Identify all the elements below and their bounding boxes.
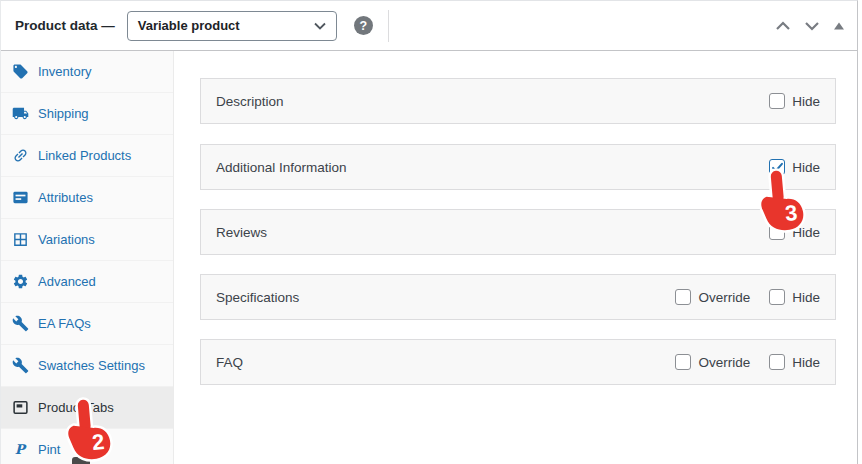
product-data-metabox: Product data — Variable product ? — [0, 0, 862, 464]
tab-row-label: Specifications — [216, 290, 299, 305]
override-checkbox-label[interactable]: Override — [698, 290, 750, 305]
tab-row-label: FAQ — [216, 355, 243, 370]
faq-override-checkbox-group[interactable]: Override — [675, 354, 750, 370]
additional-information-hide-checkbox-group[interactable]: Hide — [769, 159, 820, 175]
faq-hide-checkbox[interactable] — [769, 354, 785, 370]
help-icon[interactable]: ? — [354, 16, 373, 35]
window-icon — [12, 399, 29, 416]
sidebar-item-label: Shipping — [38, 106, 89, 121]
additional-information-hide-checkbox[interactable] — [769, 159, 785, 175]
faq-hide-checkbox-group[interactable]: Hide — [769, 354, 820, 370]
wrench-icon — [12, 315, 29, 332]
sidebar-item-shipping[interactable]: Shipping — [1, 93, 173, 135]
sidebar-item-attributes[interactable]: Attributes — [1, 177, 173, 219]
truck-icon — [12, 105, 29, 122]
tab-row-description: DescriptionHide — [200, 78, 836, 124]
sidebar-item-label: Swatches Settings — [38, 358, 145, 373]
sidebar-item-label: Inventory — [38, 64, 91, 79]
hide-checkbox-label[interactable]: Hide — [792, 290, 820, 305]
sidebar-item-label: Attributes — [38, 190, 93, 205]
chevron-down-icon — [314, 22, 326, 30]
specifications-override-checkbox[interactable] — [675, 289, 691, 305]
sidebar-item-label: Advanced — [38, 274, 96, 289]
reviews-hide-checkbox[interactable] — [769, 224, 785, 240]
tab-row-label: Description — [216, 94, 284, 109]
row-controls: OverrideHide — [675, 289, 820, 305]
row-controls: Hide — [769, 224, 820, 240]
move-down-icon[interactable] — [804, 21, 820, 31]
reviews-hide-checkbox-group[interactable]: Hide — [769, 224, 820, 240]
description-hide-checkbox-group[interactable]: Hide — [769, 93, 820, 109]
grid-icon — [12, 231, 29, 248]
tab-row-reviews: ReviewsHide — [200, 209, 836, 255]
sidebar-item-ea-faqs[interactable]: EA FAQs — [1, 303, 173, 345]
sidebar-item-label: Pint — [38, 442, 60, 457]
row-controls: OverrideHide — [675, 354, 820, 370]
panel-title: Product data — — [15, 18, 115, 33]
sidebar-item-variations[interactable]: Variations — [1, 219, 173, 261]
sidebar-item-label: EA FAQs — [38, 316, 91, 331]
hide-checkbox-label[interactable]: Hide — [792, 94, 820, 109]
faq-override-checkbox[interactable] — [675, 354, 691, 370]
tab-row-label: Additional Information — [216, 160, 347, 175]
toggle-panel-icon[interactable] — [833, 21, 845, 31]
specifications-override-checkbox-group[interactable]: Override — [675, 289, 750, 305]
sidebar-item-linked-products[interactable]: Linked Products — [1, 135, 173, 177]
description-hide-checkbox[interactable] — [769, 93, 785, 109]
product-type-value: Variable product — [138, 18, 314, 33]
svg-text:P: P — [15, 441, 27, 457]
override-checkbox-label[interactable]: Override — [698, 355, 750, 370]
sidebar-item-inventory[interactable]: Inventory — [1, 51, 173, 93]
link-icon — [12, 147, 29, 164]
metabox-frame: Product data — Variable product ? — [0, 0, 858, 464]
sidebar-item-swatches-settings[interactable]: Swatches Settings — [1, 345, 173, 387]
hide-checkbox-label[interactable]: Hide — [792, 160, 820, 175]
hide-checkbox-label[interactable]: Hide — [792, 355, 820, 370]
sidebar-item-label: Linked Products — [38, 148, 131, 163]
row-controls: Hide — [769, 159, 820, 175]
sidebar-item-label: Product Tabs — [38, 400, 114, 415]
sidebar-item-advanced[interactable]: Advanced — [1, 261, 173, 303]
sidebar-item-product-tabs[interactable]: Product Tabs — [1, 387, 173, 429]
card-icon — [12, 189, 29, 206]
tab-row-additional-information: Additional InformationHide — [200, 144, 836, 190]
product-type-select[interactable]: Variable product — [127, 11, 337, 41]
product-tabs-panel: DescriptionHideAdditional InformationHid… — [174, 51, 857, 464]
product-data-tabs-sidebar: InventoryShippingLinked ProductsAttribut… — [1, 51, 174, 464]
sidebar-item-label: Variations — [38, 232, 95, 247]
row-controls: Hide — [769, 93, 820, 109]
annotation-shadow — [72, 457, 90, 464]
hide-checkbox-label[interactable]: Hide — [792, 225, 820, 240]
tab-row-faq: FAQOverrideHide — [200, 339, 836, 385]
wrench-icon — [12, 357, 29, 374]
move-up-icon[interactable] — [775, 21, 791, 31]
metabox-controls — [775, 21, 847, 31]
tab-row-label: Reviews — [216, 225, 267, 240]
tag-icon — [12, 63, 29, 80]
tab-row-specifications: SpecificationsOverrideHide — [200, 274, 836, 320]
pinterest-icon: P — [12, 441, 29, 458]
specifications-hide-checkbox-group[interactable]: Hide — [769, 289, 820, 305]
product-data-body: InventoryShippingLinked ProductsAttribut… — [1, 51, 857, 464]
header-divider — [388, 10, 389, 42]
product-data-header: Product data — Variable product ? — [1, 1, 857, 51]
gear-icon — [12, 273, 29, 290]
specifications-hide-checkbox[interactable] — [769, 289, 785, 305]
